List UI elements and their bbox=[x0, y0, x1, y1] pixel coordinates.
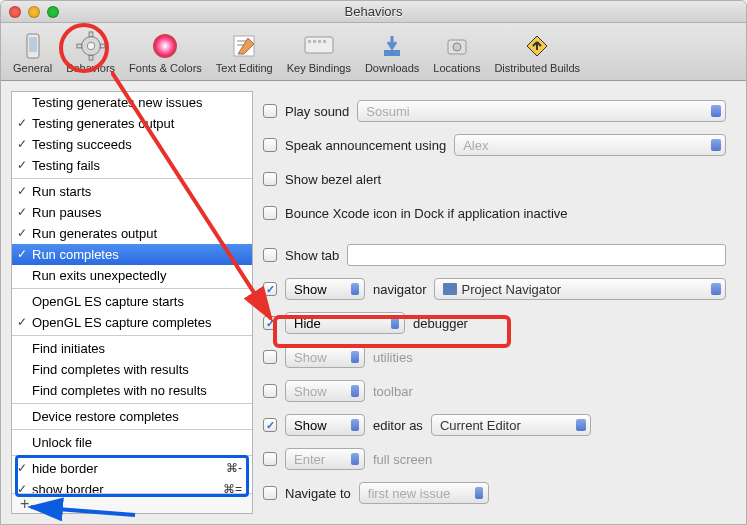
fullscreen-action-select[interactable]: Enter bbox=[285, 448, 365, 470]
download-icon bbox=[376, 30, 408, 62]
text-edit-icon bbox=[228, 30, 260, 62]
tab-distributed-builds[interactable]: Distributed Builds bbox=[488, 28, 586, 76]
checkbox-toolbar[interactable] bbox=[263, 384, 277, 398]
tab-text-editing[interactable]: Text Editing bbox=[210, 28, 279, 76]
checkbox-navigate[interactable] bbox=[263, 486, 277, 500]
checkbox-navigator[interactable] bbox=[263, 282, 277, 296]
checkbox-show-tab[interactable] bbox=[263, 248, 277, 262]
phone-icon bbox=[17, 30, 49, 62]
tab-behaviors[interactable]: Behaviors bbox=[60, 28, 121, 76]
checkbox-speak[interactable] bbox=[263, 138, 277, 152]
svg-rect-1 bbox=[29, 37, 37, 52]
list-item[interactable]: Testing generates output bbox=[12, 113, 252, 134]
navigator-value-select[interactable]: Project Navigator bbox=[434, 278, 726, 300]
checkbox-bounce[interactable] bbox=[263, 206, 277, 220]
separator bbox=[12, 429, 252, 430]
svg-point-20 bbox=[453, 43, 461, 51]
option-bezel: Show bezel alert bbox=[263, 167, 726, 191]
option-navigator: Show navigator Project Navigator bbox=[263, 277, 726, 301]
content-area: Testing generates new issues Testing gen… bbox=[1, 81, 746, 524]
voice-select[interactable]: Alex bbox=[454, 134, 726, 156]
prefs-toolbar: General Behaviors Fonts & Colors Text Ed… bbox=[1, 23, 746, 81]
list-item-selected[interactable]: Run completes bbox=[12, 244, 252, 265]
list-item-custom[interactable]: show border⌘= bbox=[12, 479, 252, 493]
svg-rect-16 bbox=[318, 40, 321, 43]
keyboard-icon bbox=[303, 30, 335, 62]
separator bbox=[12, 455, 252, 456]
tab-name-input[interactable] bbox=[347, 244, 726, 266]
color-wheel-icon bbox=[149, 30, 181, 62]
checkbox-fullscreen[interactable] bbox=[263, 452, 277, 466]
option-utilities: Show utilities bbox=[263, 345, 726, 369]
window-title: Behaviors bbox=[9, 4, 738, 19]
option-editor: Show editor as Current Editor bbox=[263, 413, 726, 437]
debugger-action-select[interactable]: Hide bbox=[285, 312, 405, 334]
list-item[interactable]: OpenGL ES capture completes bbox=[12, 312, 252, 333]
add-behavior-button[interactable]: + bbox=[20, 495, 29, 513]
list-item[interactable]: Unlock file bbox=[12, 432, 252, 453]
list-item-custom[interactable]: hide border⌘- bbox=[12, 458, 252, 479]
sound-select[interactable]: Sosumi bbox=[357, 100, 726, 122]
tab-locations[interactable]: Locations bbox=[427, 28, 486, 76]
gear-icon bbox=[75, 30, 107, 62]
checkbox-bezel[interactable] bbox=[263, 172, 277, 186]
tab-downloads[interactable]: Downloads bbox=[359, 28, 425, 76]
drive-icon bbox=[441, 30, 473, 62]
list-item[interactable]: Run starts bbox=[12, 181, 252, 202]
behavior-sidebar: Testing generates new issues Testing gen… bbox=[11, 91, 253, 514]
list-item[interactable]: Run exits unexpectedly bbox=[12, 265, 252, 286]
list-item[interactable]: Testing succeeds bbox=[12, 134, 252, 155]
list-item[interactable]: OpenGL ES capture starts bbox=[12, 291, 252, 312]
svg-rect-7 bbox=[100, 44, 105, 48]
navigate-value-select[interactable]: first new issue bbox=[359, 482, 489, 504]
svg-rect-14 bbox=[308, 40, 311, 43]
list-item[interactable]: Device restore completes bbox=[12, 406, 252, 427]
preferences-window: Behaviors General Behaviors Fonts & Colo… bbox=[0, 0, 747, 525]
separator bbox=[12, 335, 252, 336]
checkbox-utilities[interactable] bbox=[263, 350, 277, 364]
separator bbox=[12, 403, 252, 404]
toolbar-action-select[interactable]: Show bbox=[285, 380, 365, 402]
option-bounce: Bounce Xcode icon in Dock if application… bbox=[263, 201, 726, 225]
svg-rect-13 bbox=[305, 37, 333, 53]
option-toolbar: Show toolbar bbox=[263, 379, 726, 403]
list-item[interactable]: Run generates output bbox=[12, 223, 252, 244]
separator bbox=[12, 288, 252, 289]
list-item[interactable]: Run pauses bbox=[12, 202, 252, 223]
behavior-options: Play sound Sosumi Speak announcement usi… bbox=[253, 91, 736, 514]
list-item[interactable]: Find completes with no results bbox=[12, 380, 252, 401]
sign-icon bbox=[521, 30, 553, 62]
option-fullscreen: Enter full screen bbox=[263, 447, 726, 471]
sidebar-footer: + bbox=[12, 493, 252, 513]
list-item[interactable]: Testing generates new issues bbox=[12, 92, 252, 113]
checkbox-debugger[interactable] bbox=[263, 316, 277, 330]
option-speak: Speak announcement using Alex bbox=[263, 133, 726, 157]
behavior-list[interactable]: Testing generates new issues Testing gen… bbox=[12, 92, 252, 493]
svg-point-3 bbox=[87, 42, 95, 50]
option-show-tab: Show tab bbox=[263, 243, 726, 267]
folder-icon bbox=[443, 283, 457, 295]
list-item[interactable]: Find completes with results bbox=[12, 359, 252, 380]
editor-value-select[interactable]: Current Editor bbox=[431, 414, 591, 436]
list-item[interactable]: Testing fails bbox=[12, 155, 252, 176]
checkbox-editor[interactable] bbox=[263, 418, 277, 432]
utilities-action-select[interactable]: Show bbox=[285, 346, 365, 368]
separator bbox=[12, 178, 252, 179]
titlebar: Behaviors bbox=[1, 1, 746, 23]
svg-rect-4 bbox=[89, 31, 93, 36]
navigator-action-select[interactable]: Show bbox=[285, 278, 365, 300]
option-play-sound: Play sound Sosumi bbox=[263, 99, 726, 123]
list-item[interactable]: Find initiates bbox=[12, 338, 252, 359]
checkbox-play-sound[interactable] bbox=[263, 104, 277, 118]
option-debugger: Hide debugger bbox=[263, 311, 726, 335]
tab-key-bindings[interactable]: Key Bindings bbox=[281, 28, 357, 76]
svg-rect-18 bbox=[384, 50, 400, 56]
svg-rect-6 bbox=[77, 44, 82, 48]
tab-fonts-colors[interactable]: Fonts & Colors bbox=[123, 28, 208, 76]
tab-general[interactable]: General bbox=[7, 28, 58, 76]
svg-rect-17 bbox=[323, 40, 326, 43]
editor-action-select[interactable]: Show bbox=[285, 414, 365, 436]
svg-rect-15 bbox=[313, 40, 316, 43]
svg-rect-5 bbox=[89, 55, 93, 60]
option-navigate-to: Navigate to first new issue bbox=[263, 481, 726, 505]
